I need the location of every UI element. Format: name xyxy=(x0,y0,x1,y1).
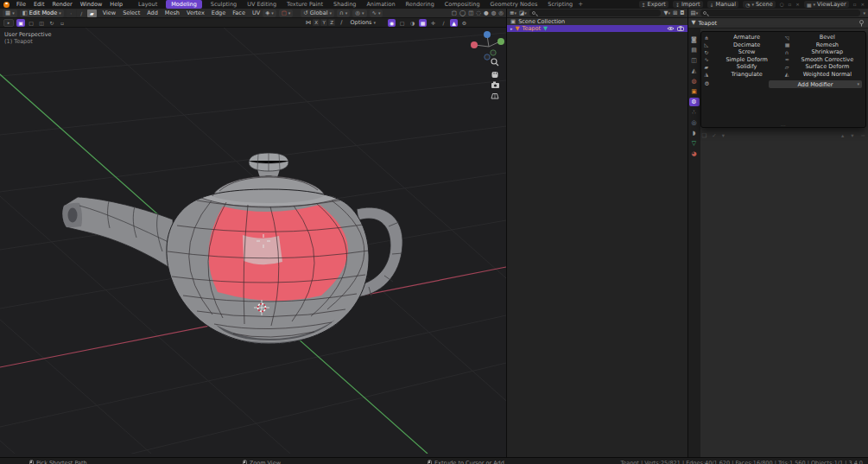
properties-tab[interactable]: ◫ xyxy=(689,56,700,65)
properties-tab[interactable]: ▣ xyxy=(689,87,700,96)
shading-toggle-icon[interactable]: ◌ xyxy=(476,10,481,16)
toolbar-toggle-button[interactable]: ▸ xyxy=(3,19,14,27)
apply-icon[interactable]: ✓ xyxy=(712,132,716,139)
workspace-tab[interactable]: Animation xyxy=(364,0,396,9)
snap-target-selector[interactable]: ▢▾ xyxy=(279,10,294,17)
viewport-toggle-icon[interactable]: ◑ xyxy=(409,19,416,27)
workspace-tab[interactable]: Layout xyxy=(136,0,159,9)
viewport-toggle-icon[interactable]: ▲ xyxy=(450,19,458,27)
modifier-menu-item[interactable]: ∿Simple Deform xyxy=(703,56,783,64)
modifier-menu-item[interactable]: ≈Smooth Corrective xyxy=(783,56,864,64)
workspace-tab[interactable]: Texture Paint xyxy=(285,0,325,9)
chevron-down-icon[interactable]: ▾ xyxy=(863,11,865,16)
select-tool-mode-button[interactable]: ▫ xyxy=(58,19,67,27)
filter-icon[interactable]: ▼▾ xyxy=(663,10,670,16)
modifier-menu-item[interactable]: ◺Decimate xyxy=(703,41,783,49)
editor-type-button[interactable]: ▦▾ xyxy=(3,10,17,17)
proportional-edit-toggle[interactable]: ◎▾ xyxy=(352,10,366,17)
modifier-menu-item[interactable]: ◹Bevel xyxy=(783,34,864,41)
menu-item[interactable]: Render xyxy=(52,1,72,8)
viewport-toggle-icon[interactable]: ∕ xyxy=(440,19,447,27)
outliner-filter-mode[interactable]: ◪▾ xyxy=(519,10,527,16)
properties-tab[interactable]: ◕ xyxy=(689,149,700,158)
move-up-icon[interactable]: ▴ xyxy=(841,132,844,139)
sync-icon[interactable]: ◘ xyxy=(680,10,684,16)
unlink-icon[interactable]: × xyxy=(795,2,800,7)
viewport-menu-item[interactable]: Edge xyxy=(212,10,225,16)
menu-item[interactable]: Help xyxy=(110,1,123,8)
viewport-toggle-icon[interactable]: ▢ xyxy=(398,19,406,27)
shading-toggle-icon[interactable]: ◫ xyxy=(468,10,473,16)
workspace-tab[interactable]: Shading xyxy=(332,0,358,9)
perspective-toggle-icon[interactable] xyxy=(491,94,498,99)
modifier-menu-item[interactable]: ▦Remesh xyxy=(783,41,864,49)
vertex-select-button[interactable]: · xyxy=(67,10,76,17)
annotate-icon[interactable]: ∕ xyxy=(340,20,342,26)
remove-icon[interactable]: − xyxy=(861,132,865,139)
add-modifier-button[interactable]: Add Modifier ▾ xyxy=(769,80,862,88)
pivot-point-selector[interactable]: ◈▾ xyxy=(263,10,276,17)
select-tool-mode-button[interactable]: ▢ xyxy=(27,19,35,27)
workspace-tab[interactable]: Modeling xyxy=(166,0,202,9)
shading-toggle-icon[interactable]: ▢ xyxy=(452,10,457,16)
camera-view-icon[interactable] xyxy=(491,82,499,89)
modifier-menu-item[interactable]: ◮Triangulate xyxy=(703,71,783,79)
properties-tab[interactable]: ▤ xyxy=(689,46,700,54)
properties-tab[interactable]: ◎ xyxy=(689,118,700,127)
workspace-tab[interactable]: Compositing xyxy=(443,0,482,9)
mirror-axis-button[interactable]: Y xyxy=(320,19,327,26)
menu-item[interactable]: Edit xyxy=(34,1,45,8)
viewport-menu-item[interactable]: View xyxy=(103,10,116,16)
viewport-menu-item[interactable]: Face xyxy=(232,10,245,16)
mirror-axis-button[interactable]: Z xyxy=(328,19,335,26)
shading-toggle-icon[interactable]: ◎ xyxy=(498,10,504,16)
snapping-toggle[interactable]: ∩▾ xyxy=(337,10,350,17)
properties-tab[interactable]: ◗ xyxy=(689,129,700,137)
modifier-menu-item[interactable]: ▰Solidify xyxy=(703,63,783,71)
visibility-eye-icon[interactable] xyxy=(667,26,675,31)
modifier-menu-item[interactable]: ▱Surface Deform xyxy=(783,63,864,71)
viewport-toggle-icon[interactable]: ✛ xyxy=(429,19,437,27)
face-select-button[interactable]: ▰ xyxy=(87,10,97,17)
modifier-menu-item[interactable]: ⋔Armature xyxy=(703,34,783,41)
workspace-tab[interactable]: Scripting xyxy=(546,0,574,9)
viewport-toggle-icon[interactable]: ◉ xyxy=(388,19,396,27)
render-visibility-camera-icon[interactable] xyxy=(677,26,684,31)
viewport-menu-item[interactable]: UV xyxy=(252,10,260,16)
properties-tab[interactable]: ◙ xyxy=(689,35,700,44)
viewport-menu-item[interactable]: Mesh xyxy=(165,10,180,16)
pin-icon[interactable] xyxy=(858,20,865,27)
viewport-menu-item[interactable]: Add xyxy=(147,10,158,16)
viewlayer-selector[interactable]: ▦▾ViewLayer xyxy=(804,1,849,8)
zoom-icon[interactable] xyxy=(491,59,498,66)
move-down-icon[interactable]: ▾ xyxy=(851,132,853,139)
viewport-toggle-icon[interactable]: ⚙ xyxy=(460,19,468,27)
workspace-tab[interactable]: Geometry Nodes xyxy=(489,0,540,9)
outliner-empty-area[interactable] xyxy=(507,32,687,457)
workspace-tab[interactable]: Sculpting xyxy=(209,0,238,9)
import-button[interactable]: ↧Import xyxy=(673,1,703,8)
viewport-menu-item[interactable]: Select xyxy=(123,10,140,16)
properties-tab[interactable]: ▽ xyxy=(689,139,700,148)
copy-icon[interactable]: ▫ xyxy=(789,2,792,7)
properties-tab[interactable]: ⚙ xyxy=(689,98,700,106)
scene-selector[interactable]: ◔▾Scene xyxy=(743,1,776,8)
new-collection-icon[interactable]: ⊞ xyxy=(673,10,677,16)
falloff-selector[interactable]: ∿▾ xyxy=(370,10,383,17)
workspace-tab[interactable]: Rendering xyxy=(404,0,436,9)
manual-button[interactable]: ↓Manual xyxy=(707,1,739,8)
pan-hand-icon[interactable] xyxy=(492,72,498,78)
shading-toggle-icon[interactable]: ◯ xyxy=(459,10,466,16)
outliner-search-input[interactable] xyxy=(529,10,662,16)
properties-tab[interactable]: ∴ xyxy=(689,108,700,117)
outliner-row-teapot[interactable]: ▸ ▼ Teapot ▼ xyxy=(507,25,687,32)
menu-item[interactable]: File xyxy=(16,1,26,8)
options-dropdown[interactable]: Options▾ xyxy=(347,19,378,27)
properties-editor-icon[interactable]: ▤▾ xyxy=(691,10,699,16)
export-button[interactable]: ↥Export xyxy=(639,1,668,8)
menu-item[interactable]: Window xyxy=(80,1,103,8)
extras-dropdown-icon[interactable]: ▾ xyxy=(722,132,725,139)
mode-selector[interactable]: ◧Edit Mode▾ xyxy=(20,10,64,17)
outliner-row-scene-collection[interactable]: ▣ Scene Collection xyxy=(507,18,687,25)
transform-orientation-selector[interactable]: ↺Global▾ xyxy=(301,10,334,17)
